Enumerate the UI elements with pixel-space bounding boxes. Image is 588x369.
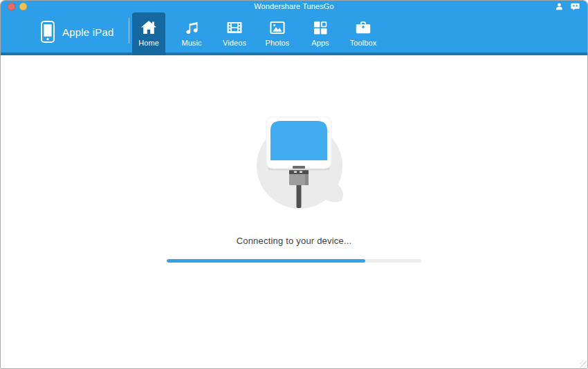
tab-label: Music: [181, 39, 201, 47]
tab-label: Videos: [223, 39, 246, 47]
titlebar: Wondershare TunesGo: [1, 1, 587, 12]
tab-photos[interactable]: Photos: [261, 12, 294, 55]
tab-apps[interactable]: Apps: [304, 12, 337, 55]
tab-label: Apps: [311, 39, 329, 47]
device-selector[interactable]: Apple iPad: [41, 17, 114, 47]
ipad-icon: [41, 21, 55, 43]
window-controls: [8, 3, 27, 10]
videos-icon: [226, 19, 244, 37]
progress-fill: [167, 259, 365, 263]
minimize-button[interactable]: [19, 3, 27, 10]
user-icon[interactable]: [555, 3, 563, 10]
tablet-screen: [270, 121, 327, 160]
dock-port: [293, 166, 305, 169]
connecting-device-illustration: [230, 107, 369, 225]
tab-home[interactable]: Home: [132, 12, 165, 58]
tab-label: Toolbox: [350, 39, 377, 47]
status-text: Connecting to your device...: [1, 236, 587, 246]
device-name-label: Apple iPad: [62, 26, 114, 38]
resize-grip[interactable]: [580, 361, 587, 368]
tab-music[interactable]: Music: [175, 12, 208, 55]
home-icon: [140, 19, 158, 37]
tab-label: Home: [138, 39, 159, 47]
progress-bar: [167, 259, 421, 263]
app-window: Wondershare TunesGo Apple iPad: [0, 0, 588, 369]
window-title: Wondershare TunesGo: [1, 1, 587, 12]
feedback-icon[interactable]: [571, 3, 580, 10]
tab-label: Photos: [266, 39, 290, 47]
apps-icon: [311, 19, 329, 37]
usb-cable: [297, 182, 302, 208]
nav-divider: [129, 18, 129, 44]
main-content: Connecting to your device...: [1, 55, 587, 367]
navigation-bar: Apple iPad Home Music: [1, 12, 587, 55]
toolbox-icon: [354, 19, 372, 37]
close-button[interactable]: [8, 3, 15, 10]
tab-videos[interactable]: Videos: [218, 12, 251, 55]
tab-bar: Home Music Videos: [132, 12, 389, 58]
photos-icon: [268, 19, 286, 37]
music-icon: [183, 19, 201, 37]
tab-toolbox[interactable]: Toolbox: [347, 12, 380, 55]
